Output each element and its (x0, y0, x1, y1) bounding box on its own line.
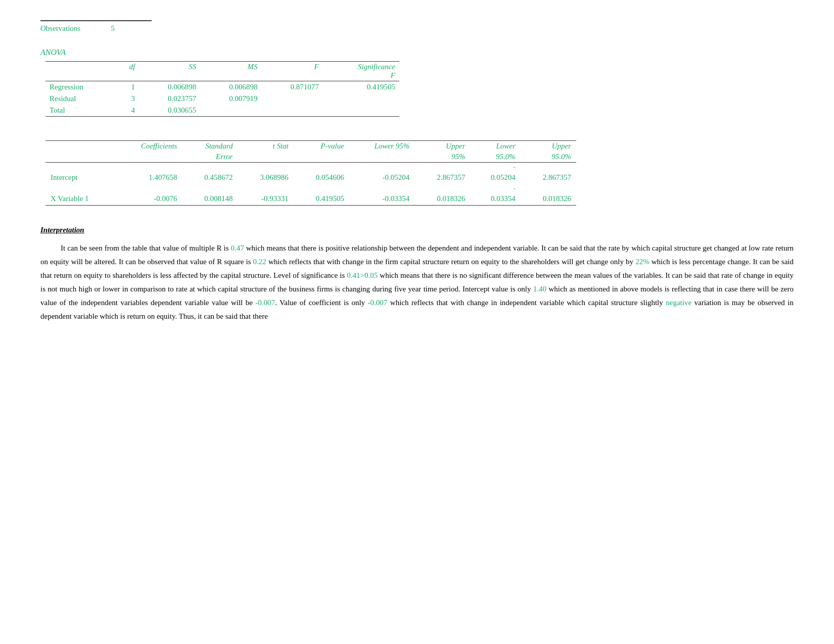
highlight-negative: negative (666, 299, 691, 307)
anova-th-ms2 (200, 71, 261, 81)
coeff-th-upper952: 95% (414, 152, 470, 163)
anova-cell-1-4 (262, 93, 323, 105)
coeff-dash-1-1 (115, 184, 182, 192)
coeff-cell-0-8: 2.867357 (521, 171, 576, 184)
coeff-cell-1-8: 0.018326 (521, 192, 576, 206)
coeff-dash-0-7: - (470, 163, 520, 172)
coeff-th-lower95: Lower 95% (349, 141, 414, 152)
anova-cell-1-5 (323, 93, 399, 105)
anova-cell-1-1: 3 (116, 93, 139, 105)
coeff-cell-0-2: 0.458672 (182, 171, 238, 184)
coeff-th-empty2 (45, 152, 115, 163)
anova-cell-0-3: 0.006898 (200, 81, 261, 93)
coeff-dash-1-3 (238, 184, 294, 192)
anova-cell-2-2: 0.030655 (139, 105, 200, 117)
highlight-r: 0.47 (230, 244, 244, 252)
coeff-cell-1-5: -0.03354 (349, 192, 414, 206)
highlight-22pct: 22% (635, 258, 650, 266)
anova-th-ss: SS (139, 62, 200, 72)
coeff-dash-1-8 (521, 184, 576, 192)
coeff-cell-0-0: Intercept (45, 171, 115, 184)
coeff-dash-1-6 (414, 184, 470, 192)
coeff-dash-1-7: - (470, 184, 520, 192)
coeff-th-tstat2 (238, 152, 294, 163)
coeff-dash-1-5 (349, 184, 414, 192)
anova-th-df2 (116, 71, 139, 81)
anova-cell-2-1: 4 (116, 105, 139, 117)
anova-th-empty2 (45, 71, 116, 81)
highlight-neg007b: -0.007 (368, 299, 388, 307)
anova-cell-1-2: 0.023757 (139, 93, 200, 105)
coeff-cell-0-5: -0.05204 (349, 171, 414, 184)
highlight-intercept: 1.40 (533, 285, 546, 293)
anova-th-empty1 (45, 62, 116, 72)
anova-cell-1-0: Residual (45, 93, 116, 105)
coeff-th-upper950: Upper (521, 141, 576, 152)
coeff-th-lower952 (349, 152, 414, 163)
coeff-th-lower9502: 95.0% (470, 152, 520, 163)
coeff-th-standard: Standard (182, 141, 238, 152)
highlight-sig: 0.41>0.05 (347, 271, 378, 279)
coeff-cell-1-3: -0.93331 (238, 192, 294, 206)
highlight-neg007a: -0.007 (255, 299, 275, 307)
coeff-dash-0-2 (182, 163, 238, 172)
coeff-cell-0-6: 2.867357 (414, 171, 470, 184)
anova-cell-0-5: 0.419505 (323, 81, 399, 93)
coeff-th-error: Error (182, 152, 238, 163)
anova-cell-1-3: 0.007919 (200, 93, 261, 105)
coeff-dash-0-3 (238, 163, 294, 172)
anova-title: ANOVA (40, 48, 794, 57)
coeff-th-coeff2 (115, 152, 182, 163)
coeff-row: X Variable 1-0.00760.008148-0.933310.419… (45, 192, 576, 206)
interpretation-heading: Interpretation (40, 226, 794, 234)
observations-value: 5 (111, 24, 115, 33)
coeff-cell-0-1: 1.407658 (115, 171, 182, 184)
anova-cell-2-0: Total (45, 105, 116, 117)
coeff-dash-0-0 (45, 163, 115, 172)
observations-label: Observations (40, 24, 80, 33)
anova-th-ms: MS (200, 62, 261, 72)
anova-table: df SS MS F Significance F Regression10.0… (45, 61, 399, 117)
coeff-cell-1-7: 0.03354 (470, 192, 520, 206)
coeff-dash-1-0 (45, 184, 115, 192)
anova-row: Total40.030655 (45, 105, 399, 117)
anova-row: Regression10.0068980.0068980.8710770.419… (45, 81, 399, 93)
anova-cell-0-0: Regression (45, 81, 116, 93)
coeff-cell-1-1: -0.0076 (115, 192, 182, 206)
anova-cell-2-5 (323, 105, 399, 117)
coeff-cell-1-0: X Variable 1 (45, 192, 115, 206)
coeff-dash-0-4 (294, 163, 349, 172)
anova-row: Residual30.0237570.007919 (45, 93, 399, 105)
anova-th-f: F (262, 62, 323, 72)
anova-cell-2-4 (262, 105, 323, 117)
coeff-th-lower950: Lower (470, 141, 520, 152)
coeff-th-empty1 (45, 141, 115, 152)
anova-th-df: df (116, 62, 139, 72)
coeff-th-pval2 (294, 152, 349, 163)
anova-th-sig1: Significance (323, 62, 399, 72)
coeff-th-coeff: Coefficients (115, 141, 182, 152)
coeff-th-upper9502: 95.0% (521, 152, 576, 163)
coeff-dash-1-4 (294, 184, 349, 192)
coeff-cell-1-2: 0.008148 (182, 192, 238, 206)
coeff-cell-0-4: 0.054606 (294, 171, 349, 184)
coeff-th-upper95: Upper (414, 141, 470, 152)
coeff-dash-0-5 (349, 163, 414, 172)
anova-th-f2 (262, 71, 323, 81)
anova-th-sig2: F (323, 71, 399, 81)
coeff-cell-0-3: 3.068986 (238, 171, 294, 184)
anova-cell-0-2: 0.006898 (139, 81, 200, 93)
coeff-cell-1-4: 0.419505 (294, 192, 349, 206)
highlight-rsq: 0.22 (253, 258, 266, 266)
coeff-table: Coefficients Standard t Stat P-value Low… (45, 140, 576, 206)
coeff-dash-0-8 (521, 163, 576, 172)
coeff-dash-row: - (45, 163, 576, 172)
anova-th-ss2 (139, 71, 200, 81)
interpretation-text: It can be seen from the table that value… (40, 241, 794, 323)
anova-cell-0-1: 1 (116, 81, 139, 93)
coeff-row: Intercept1.4076580.4586723.0689860.05460… (45, 171, 576, 184)
coeff-dash-1-2 (182, 184, 238, 192)
coeff-dash-0-1 (115, 163, 182, 172)
coeff-th-pval: P-value (294, 141, 349, 152)
coeff-dash-0-6 (414, 163, 470, 172)
